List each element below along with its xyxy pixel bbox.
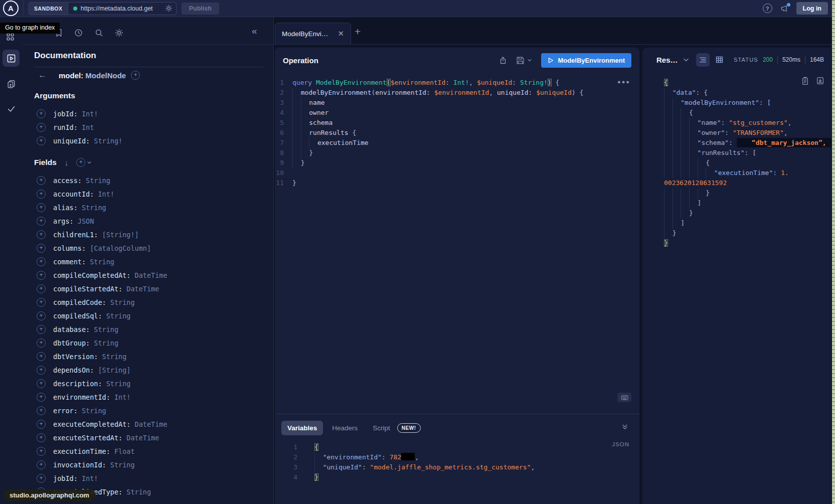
operation-tab[interactable]: ModelByEnvi… ✕	[275, 23, 351, 44]
tab-script[interactable]: Script	[367, 421, 392, 435]
field-type[interactable]: String	[82, 177, 110, 185]
login-button[interactable]: Log in	[796, 2, 828, 15]
chevron-down-icon[interactable]	[527, 58, 532, 62]
add-to-query-button[interactable]: +	[37, 244, 46, 253]
field-name[interactable]: database:	[53, 325, 90, 333]
collapse-panel-icon[interactable]: «	[252, 26, 257, 35]
add-to-query-button[interactable]: +	[37, 136, 46, 145]
field-type[interactable]: Float	[110, 447, 135, 455]
docs-settings-icon[interactable]	[115, 29, 123, 38]
add-to-query-button[interactable]: +	[37, 217, 46, 226]
page-scrollbar[interactable]	[832, 0, 835, 504]
field-type[interactable]: DateTime	[122, 434, 159, 442]
field-name[interactable]: compileCompletedAt:	[53, 271, 130, 279]
add-to-query-button[interactable]: +	[37, 298, 46, 307]
keyboard-shortcuts-icon[interactable]	[617, 393, 631, 402]
add-all-fields-button[interactable]: +	[76, 158, 92, 167]
add-to-query-button[interactable]: +	[37, 325, 46, 334]
add-to-query-button[interactable]: +	[37, 203, 46, 212]
add-to-query-button[interactable]: +	[37, 271, 46, 280]
field-type[interactable]: String	[78, 204, 106, 212]
field-type[interactable]: String	[122, 488, 151, 496]
field-name[interactable]: comment:	[53, 258, 86, 266]
add-to-query-button[interactable]: +	[37, 230, 46, 239]
add-to-query-button[interactable]: +	[37, 393, 46, 402]
add-to-query-button[interactable]: +	[37, 406, 46, 415]
add-to-query-button[interactable]: +	[37, 311, 46, 320]
field-name[interactable]: runId:	[53, 123, 78, 131]
operation-menu-icon[interactable]: ●●●	[617, 79, 630, 85]
run-operation-button[interactable]: ModelByEnvironment	[541, 53, 631, 68]
field-name[interactable]: args:	[53, 217, 74, 225]
chevron-down-icon[interactable]	[683, 58, 689, 62]
field-type[interactable]: Int!	[94, 190, 114, 198]
field-type[interactable]: [String]	[94, 366, 130, 374]
field-name[interactable]: compiledCode:	[53, 298, 106, 306]
field-name[interactable]: executeStartedAt:	[53, 434, 122, 442]
add-to-query-button[interactable]: +	[37, 366, 46, 375]
field-type[interactable]: String	[86, 258, 114, 266]
field-type[interactable]: String	[106, 461, 135, 469]
history-icon[interactable]	[74, 29, 83, 38]
announcements-icon[interactable]	[780, 5, 789, 13]
endpoint-url-input[interactable]: https://metadata.cloud.get	[81, 5, 164, 12]
graph-index-icon[interactable]	[6, 33, 15, 41]
connection-settings-icon[interactable]	[165, 5, 173, 12]
field-type[interactable]: String	[102, 380, 131, 388]
sort-icon[interactable]: ↓	[65, 158, 69, 167]
tab-variables[interactable]: Variables	[281, 421, 323, 435]
field-type[interactable]: Int!	[78, 110, 98, 118]
field-type[interactable]: String	[90, 339, 118, 347]
apollo-logo[interactable]: A	[3, 1, 19, 16]
response-title[interactable]: Res…	[656, 56, 678, 64]
field-name[interactable]: alias:	[53, 204, 78, 212]
field-name[interactable]: access:	[53, 177, 82, 185]
field-name[interactable]: jobId:	[53, 110, 78, 118]
add-to-query-button[interactable]: +	[37, 109, 46, 118]
search-icon[interactable]	[95, 29, 103, 38]
add-to-query-button[interactable]: +	[37, 176, 46, 185]
close-tab-icon[interactable]: ✕	[338, 29, 344, 38]
add-to-query-button[interactable]: +	[37, 433, 46, 442]
field-name[interactable]: dependsOn:	[53, 366, 94, 374]
add-to-query-button[interactable]: +	[37, 447, 46, 456]
field-name[interactable]: environmentId:	[53, 393, 110, 401]
field-type[interactable]: Int!	[78, 474, 98, 482]
field-type[interactable]: String	[90, 325, 118, 333]
add-to-query-button[interactable]: +	[37, 460, 46, 469]
field-type[interactable]: String	[102, 312, 131, 320]
table-view-toggle[interactable]	[713, 53, 726, 67]
field-name[interactable]: compileStartedAt:	[53, 285, 122, 293]
share-icon[interactable]	[499, 56, 507, 65]
field-name[interactable]: invocationId:	[53, 461, 106, 469]
field-name[interactable]: columns:	[53, 244, 86, 252]
tab-headers[interactable]: Headers	[326, 421, 364, 435]
publish-button[interactable]: Publish	[182, 3, 219, 15]
field-name[interactable]: compiledSql:	[53, 312, 102, 320]
field-type[interactable]: String	[98, 353, 126, 361]
add-to-query-button[interactable]: +	[37, 123, 46, 132]
variables-editor[interactable]: 1{2"environmentId": 782,3"uniqueId": "mo…	[275, 442, 639, 482]
field-name[interactable]: dbtVersion:	[53, 353, 98, 361]
field-name[interactable]: jobId:	[53, 474, 78, 482]
response-body[interactable]: {"data": {"modelByEnvironment": [{"name"…	[642, 78, 831, 248]
field-type[interactable]: DateTime	[122, 285, 159, 293]
add-to-query-button[interactable]: +	[37, 420, 46, 429]
add-to-query-button[interactable]: +	[37, 339, 46, 348]
field-type[interactable]: [String!]	[98, 231, 138, 239]
field-type[interactable]: Int!	[110, 393, 131, 401]
add-to-query-button[interactable]: +	[37, 257, 46, 266]
field-name[interactable]: dbtGroup:	[53, 339, 90, 347]
save-group[interactable]	[516, 56, 532, 65]
query-editor[interactable]: 1query ModelByEnvironment($environmentId…	[275, 78, 639, 188]
add-to-query-button[interactable]: +	[37, 284, 46, 293]
collapse-variables-icon[interactable]	[621, 423, 628, 430]
field-type[interactable]: String!	[90, 137, 122, 145]
help-icon[interactable]: ?	[763, 4, 772, 13]
checks-icon[interactable]	[7, 105, 16, 113]
explorer-tab-icon[interactable]	[3, 50, 20, 67]
new-tab-button[interactable]: +	[355, 26, 361, 38]
changelog-icon[interactable]	[7, 79, 16, 89]
field-name[interactable]: accountId:	[53, 190, 94, 198]
pretty-view-toggle[interactable]	[696, 53, 710, 67]
